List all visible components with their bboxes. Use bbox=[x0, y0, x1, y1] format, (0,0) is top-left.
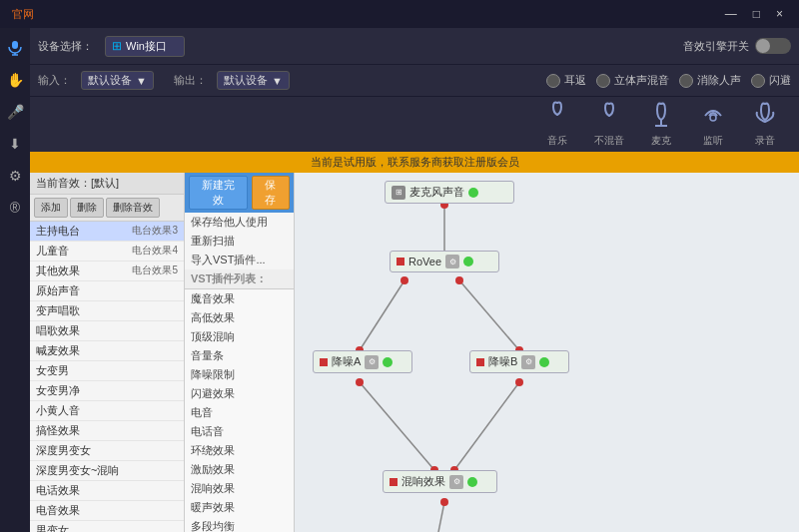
preset-item[interactable]: 喊麦效果 bbox=[30, 341, 184, 361]
lower-area: 当前音效：[默认] 添加 删除 删除音效 主持电台电台效果3儿童音电台效果4其他… bbox=[30, 173, 799, 532]
device-select[interactable]: ⊞ Win接口 bbox=[105, 36, 185, 57]
sidebar-icon-mic2[interactable]: 🎤 bbox=[3, 100, 27, 124]
vst-effect-item[interactable]: 电音 bbox=[185, 403, 294, 422]
vst-effect-item[interactable]: 激励效果 bbox=[185, 460, 294, 479]
preset-item[interactable]: 搞怪效果 bbox=[30, 421, 184, 441]
import-vst-item[interactable]: 导入VST插件... bbox=[185, 251, 294, 269]
rovee-node[interactable]: RoVee ⚙ bbox=[390, 251, 499, 272]
preset-item[interactable]: 深度男变女~混响 bbox=[30, 461, 184, 481]
vst-effect-item[interactable]: 电话音 bbox=[185, 422, 294, 441]
trial-notice: 当前是试用版，联系服务商获取注册版会员 bbox=[30, 152, 799, 173]
denoise-a-status bbox=[383, 357, 393, 367]
preset-name: 变声唱歌 bbox=[36, 303, 178, 318]
maximize-button[interactable]: □ bbox=[745, 5, 768, 23]
output-device[interactable]: 默认设备 ▼ bbox=[217, 71, 290, 90]
remove-vocal-dot bbox=[679, 74, 693, 88]
preset-name: 深度男变女~混响 bbox=[36, 463, 178, 478]
preset-item[interactable]: 女变男净 bbox=[30, 381, 184, 401]
toggle-knob bbox=[756, 39, 770, 53]
earreturn-toggle[interactable]: 耳返 bbox=[546, 73, 586, 88]
preset-item[interactable]: 原始声音 bbox=[30, 281, 184, 301]
preset-item[interactable]: 唱歌效果 bbox=[30, 321, 184, 341]
stereo-toggle[interactable]: 立体声混音 bbox=[596, 73, 669, 88]
output-device-name: 默认设备 bbox=[224, 73, 268, 88]
sidebar-icon-registered[interactable]: ® bbox=[3, 196, 27, 220]
music-tab-label: 音乐 bbox=[547, 134, 567, 148]
preset-item[interactable]: 小黄人音 bbox=[30, 401, 184, 421]
remove-vocal-label: 消除人声 bbox=[697, 73, 741, 88]
delete-preset-button[interactable]: 删除 bbox=[70, 198, 104, 218]
vst-effect-item[interactable]: 音量条 bbox=[185, 346, 294, 365]
preset-name: 搞怪效果 bbox=[36, 423, 178, 438]
denoise-b-settings-icon[interactable]: ⚙ bbox=[521, 355, 535, 369]
new-effect-button[interactable]: 新建完效 bbox=[189, 176, 248, 210]
sidebar-icon-mic[interactable] bbox=[3, 36, 27, 60]
preset-item[interactable]: 深度男变女 bbox=[30, 441, 184, 461]
nomix-tab-icon bbox=[593, 102, 625, 133]
denoise-a-settings-icon[interactable]: ⚙ bbox=[365, 355, 379, 369]
sidebar-icon-download[interactable]: ⬇ bbox=[3, 132, 27, 156]
tab-mic[interactable]: 麦克 bbox=[635, 100, 687, 150]
tab-record[interactable]: 录音 bbox=[739, 100, 791, 150]
vst-effect-item[interactable]: 魔音效果 bbox=[185, 289, 294, 308]
nomix-tab-label: 不混音 bbox=[594, 134, 624, 148]
guanwang-link[interactable]: 官网 bbox=[8, 7, 34, 22]
preset-item[interactable]: 电话效果 bbox=[30, 481, 184, 501]
vst-effect-item[interactable]: 高低效果 bbox=[185, 308, 294, 327]
sidebar-icon-hand[interactable]: ✋ bbox=[3, 68, 27, 92]
vst-effect-item[interactable]: 环绕效果 bbox=[185, 441, 294, 460]
preset-item[interactable]: 男变女 bbox=[30, 521, 184, 532]
tab-monitor[interactable]: 监听 bbox=[687, 100, 739, 150]
save-effect-button[interactable]: 保存 bbox=[252, 176, 290, 210]
sidechain-toggle[interactable]: 闪避 bbox=[751, 73, 791, 88]
audio-engine-toggle[interactable] bbox=[755, 38, 791, 54]
vst-effect-item[interactable]: 多段均衡 bbox=[185, 517, 294, 532]
mix-node-status bbox=[467, 477, 477, 487]
tab-nomix[interactable]: 不混音 bbox=[583, 100, 635, 150]
vst-effect-item[interactable]: 暖声效果 bbox=[185, 498, 294, 517]
svg-line-10 bbox=[454, 382, 519, 470]
preset-effect: 电台效果5 bbox=[132, 264, 178, 278]
sidechain-label: 闪避 bbox=[769, 73, 791, 88]
earreturn-label: 耳返 bbox=[564, 73, 586, 88]
tab-music[interactable]: 音乐 bbox=[531, 99, 583, 150]
preset-panel: 当前音效：[默认] 添加 删除 删除音效 主持电台电台效果3儿童音电台效果4其他… bbox=[30, 173, 185, 532]
mix-settings-icon[interactable]: ⚙ bbox=[449, 475, 463, 489]
preset-actions: 添加 删除 删除音效 bbox=[30, 195, 184, 222]
minimize-button[interactable]: — bbox=[717, 5, 745, 23]
vst-effect-item[interactable]: 降噪限制 bbox=[185, 365, 294, 384]
preset-item[interactable]: 儿童音电台效果4 bbox=[30, 242, 184, 262]
delete-effect-button[interactable]: 删除音效 bbox=[106, 198, 160, 218]
denoise-b-node[interactable]: 降噪B ⚙ bbox=[469, 350, 569, 373]
preset-name: 喊麦效果 bbox=[36, 343, 178, 358]
svg-line-9 bbox=[360, 382, 434, 470]
svg-line-11 bbox=[429, 502, 444, 532]
sidebar-icon-settings[interactable]: ⚙ bbox=[3, 164, 27, 188]
preset-item[interactable]: 女变男 bbox=[30, 361, 184, 381]
vst-effect-item[interactable]: 顶级混响 bbox=[185, 327, 294, 346]
save-for-others-item[interactable]: 保存给他人使用 bbox=[185, 213, 294, 232]
rovee-node-status bbox=[463, 257, 473, 266]
input-label: 输入： bbox=[38, 73, 71, 88]
add-preset-button[interactable]: 添加 bbox=[34, 198, 68, 218]
preset-item[interactable]: 变声唱歌 bbox=[30, 301, 184, 321]
input-device[interactable]: 默认设备 ▼ bbox=[81, 71, 154, 90]
redraw-item[interactable]: 重新扫描 bbox=[185, 232, 294, 251]
rovee-settings-icon[interactable]: ⚙ bbox=[445, 255, 459, 268]
preset-item[interactable]: 其他效果电台效果5 bbox=[30, 262, 184, 281]
preset-item[interactable]: 主持电台电台效果3 bbox=[30, 222, 184, 242]
preset-item[interactable]: 电音效果 bbox=[30, 501, 184, 521]
mix-effect-node[interactable]: 混响效果 ⚙ bbox=[383, 470, 497, 493]
vst-effect-item[interactable]: 混响效果 bbox=[185, 479, 294, 498]
vst-list-title: VST插件列表： bbox=[185, 269, 294, 288]
remove-vocal-toggle[interactable]: 消除人声 bbox=[679, 73, 741, 88]
record-tab-icon bbox=[749, 102, 781, 133]
audio-engine-label: 音效引擎开关 bbox=[683, 39, 749, 54]
preset-name: 唱歌效果 bbox=[36, 323, 178, 338]
svg-point-13 bbox=[400, 276, 408, 284]
vst-effect-item[interactable]: 闪避效果 bbox=[185, 384, 294, 403]
close-button[interactable]: × bbox=[768, 5, 791, 23]
denoise-a-node[interactable]: 降噪A ⚙ bbox=[313, 350, 412, 373]
preset-name: 女变男 bbox=[36, 363, 178, 378]
mic-input-node[interactable]: ⊞ 麦克风声音 bbox=[385, 181, 514, 204]
